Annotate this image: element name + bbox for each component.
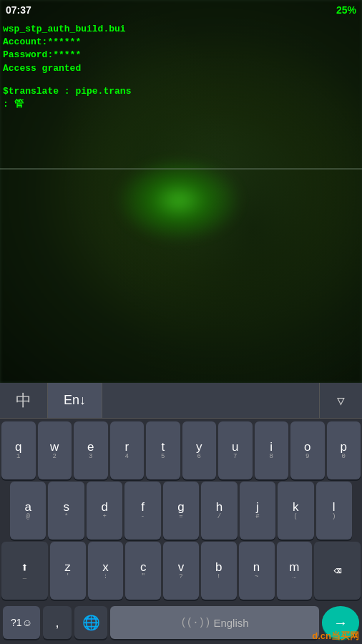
watermark-text: d.cn当买网 xyxy=(312,630,359,643)
terminal-line-5: $translate : pipe.trans xyxy=(3,85,131,98)
key-m[interactable]: m… xyxy=(277,542,313,600)
backspace-icon: ⌫ xyxy=(333,563,341,579)
key-b[interactable]: b! xyxy=(201,542,237,600)
chinese-char: 中 xyxy=(16,390,31,411)
terminal-line-3: Password:***** xyxy=(3,49,131,62)
hide-icon: ▽ xyxy=(337,393,345,409)
key-h[interactable]: h/ xyxy=(201,482,237,540)
terminal-line-4: Access granted xyxy=(3,62,131,75)
glow-orb xyxy=(114,157,243,243)
shift-key[interactable]: ⬆ — xyxy=(1,542,48,600)
comma-key[interactable]: , xyxy=(43,606,72,639)
key-u[interactable]: u7 xyxy=(218,421,253,479)
status-bar: 07:37 25% xyxy=(0,0,362,20)
keyboard-section: 中 En↓ ▽ q1 w2 e3 r4 t5 y6 u7 i8 o9 p0 a@… xyxy=(0,383,362,644)
key-i[interactable]: i8 xyxy=(255,421,289,479)
key-j[interactable]: j# xyxy=(240,482,275,540)
key-l[interactable]: l) xyxy=(316,482,352,540)
terminal-line-6: : 管 xyxy=(3,98,131,111)
backspace-key[interactable]: ⌫ xyxy=(314,542,361,600)
key-area: q1 w2 e3 r4 t5 y6 u7 i8 o9 p0 a@ s* d+ f… xyxy=(0,419,362,602)
key-k[interactable]: k( xyxy=(278,482,313,540)
terminal-line-2: Account:****** xyxy=(3,36,131,49)
key-v[interactable]: v? xyxy=(163,542,199,600)
key-w[interactable]: w2 xyxy=(38,421,72,479)
wifi-icon: ((·)) xyxy=(180,617,210,628)
status-battery: 25% xyxy=(336,4,356,16)
key-x[interactable]: x: xyxy=(88,542,124,600)
globe-key[interactable]: 🌐 xyxy=(74,606,107,639)
bottom-row: ?1☺ , 🌐 ((·)) English → xyxy=(0,602,362,644)
key-z[interactable]: z' xyxy=(50,542,86,600)
space-bar[interactable]: ((·)) English xyxy=(110,606,319,639)
key-row-3: ⬆ — z' x: c" v? b! n~ m… ⌫ xyxy=(1,542,361,600)
english-label: En↓ xyxy=(64,393,86,408)
key-y[interactable]: y6 xyxy=(182,421,217,479)
key-q[interactable]: q1 xyxy=(1,421,36,479)
divider-line xyxy=(0,168,362,170)
key-row-2: a@ s* d+ f- g= h/ j# k( l) xyxy=(1,482,361,540)
num-sym-key[interactable]: ?1☺ xyxy=(3,606,40,639)
comma-label: , xyxy=(55,615,59,630)
num-sym-label: ?1☺ xyxy=(11,617,32,628)
globe-icon: 🌐 xyxy=(82,614,100,631)
key-row-1: q1 w2 e3 r4 t5 y6 u7 i8 o9 p0 xyxy=(1,421,361,479)
terminal-line-1: wsp_stp_auth_build.bui xyxy=(3,23,131,36)
key-a[interactable]: a@ xyxy=(10,482,46,540)
enter-icon: → xyxy=(333,615,348,631)
key-p[interactable]: p0 xyxy=(327,421,361,479)
key-r[interactable]: r4 xyxy=(110,421,145,479)
watermark: d.cn当买网 xyxy=(312,630,359,643)
language-row: 中 En↓ ▽ xyxy=(0,383,362,419)
key-g[interactable]: g= xyxy=(163,482,199,540)
key-n[interactable]: n~ xyxy=(239,542,275,600)
key-s[interactable]: s* xyxy=(48,482,84,540)
terminal-blank xyxy=(3,75,131,85)
lang-tab-english[interactable]: En↓ xyxy=(48,383,102,418)
key-c[interactable]: c" xyxy=(125,542,161,600)
key-f[interactable]: f- xyxy=(124,482,160,540)
shift-icon: ⬆ xyxy=(21,560,29,575)
terminal-text: wsp_stp_auth_build.bui Account:****** Pa… xyxy=(3,23,131,111)
terminal-screen: 07:37 25% wsp_stp_auth_build.bui Account… xyxy=(0,0,362,383)
key-d[interactable]: d+ xyxy=(87,482,122,540)
key-o[interactable]: o9 xyxy=(290,421,325,479)
lang-tab-chinese[interactable]: 中 xyxy=(0,383,48,418)
keyboard-hide-button[interactable]: ▽ xyxy=(319,383,362,418)
key-e[interactable]: e3 xyxy=(74,421,108,479)
status-time: 07:37 xyxy=(6,4,31,16)
lang-spacer xyxy=(102,383,319,418)
key-t[interactable]: t5 xyxy=(146,421,180,479)
space-bar-text: English xyxy=(213,617,248,629)
